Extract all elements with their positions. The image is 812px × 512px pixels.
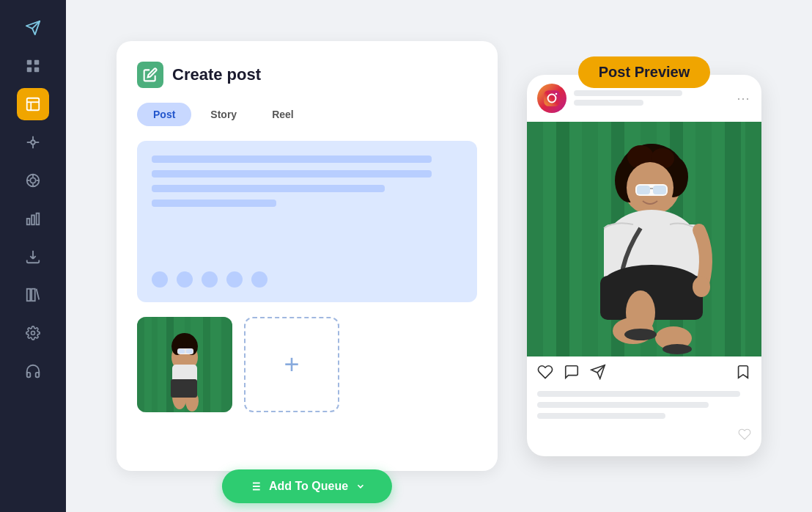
ig-caption-line-1 — [537, 391, 740, 397]
ig-like-button[interactable] — [537, 364, 553, 384]
instagram-icon — [542, 89, 561, 108]
svg-rect-6 — [27, 98, 40, 111]
svg-rect-57 — [582, 122, 598, 356]
svg-rect-41 — [171, 379, 197, 398]
plus-icon: + — [284, 349, 299, 380]
sidebar-item-connections[interactable] — [17, 126, 49, 158]
sidebar-item-posts[interactable] — [17, 88, 49, 120]
phone-mockup: ⋯ — [527, 75, 761, 456]
svg-point-25 — [32, 332, 35, 335]
svg-rect-23 — [27, 289, 31, 301]
sidebar-item-targeting[interactable] — [17, 164, 49, 197]
svg-rect-5 — [34, 67, 39, 72]
svg-point-86 — [693, 277, 710, 297]
create-post-icon — [137, 62, 163, 88]
svg-rect-3 — [34, 60, 39, 65]
ig-bookmark-button[interactable] — [735, 364, 751, 384]
svg-rect-32 — [221, 317, 232, 412]
svg-point-83 — [626, 290, 655, 334]
sidebar-item-support[interactable] — [17, 355, 49, 387]
ig-like-icon-bottom[interactable] — [738, 428, 751, 445]
sidebar-item-settings[interactable] — [17, 317, 49, 349]
svg-rect-63 — [745, 122, 761, 356]
dot-2 — [177, 271, 193, 288]
svg-point-9 — [31, 140, 35, 145]
image-row: + — [137, 317, 477, 412]
ig-avatar — [537, 84, 566, 113]
post-text-area[interactable] — [137, 141, 477, 302]
svg-point-15 — [30, 178, 35, 183]
ig-like-bottom — [527, 425, 761, 447]
queue-icon — [248, 480, 262, 493]
svg-rect-62 — [725, 122, 741, 356]
text-placeholder-line-1 — [152, 156, 432, 163]
main-content: Create post Post Story Reel — [66, 0, 812, 512]
add-to-queue-button[interactable]: Add To Queue — [222, 469, 392, 503]
chevron-down-icon — [355, 481, 366, 491]
svg-rect-27 — [137, 317, 144, 412]
tab-post[interactable]: Post — [137, 103, 191, 126]
svg-rect-21 — [32, 215, 34, 224]
text-placeholder-line-2 — [152, 170, 432, 178]
post-preview-label: Post Preview — [578, 56, 711, 88]
svg-rect-28 — [152, 317, 158, 412]
dot-3 — [202, 271, 218, 288]
svg-rect-51 — [544, 90, 560, 106]
svg-rect-74 — [653, 186, 666, 194]
svg-rect-73 — [637, 186, 650, 194]
post-preview-panel: Post Preview — [527, 56, 761, 456]
add-to-queue-label: Add To Queue — [269, 480, 348, 493]
text-placeholder-line-4 — [152, 200, 276, 207]
sidebar — [0, 0, 66, 512]
svg-rect-56 — [556, 122, 569, 356]
ig-caption-line-2 — [537, 402, 709, 408]
tab-story[interactable]: Story — [194, 103, 253, 126]
tabs-container: Post Story Reel — [137, 103, 477, 126]
create-post-title: Create post — [172, 65, 261, 84]
ig-caption-lines — [527, 391, 761, 425]
ig-username-line-2 — [574, 100, 643, 106]
svg-rect-43 — [178, 349, 185, 354]
ig-username-line-1 — [574, 90, 682, 96]
ig-share-button[interactable] — [590, 364, 606, 384]
sidebar-item-library[interactable] — [17, 279, 49, 311]
sidebar-item-dashboard[interactable] — [17, 50, 49, 82]
svg-rect-22 — [37, 213, 40, 225]
ig-comment-button[interactable] — [564, 364, 580, 384]
svg-point-85 — [662, 344, 692, 354]
ig-username-block — [574, 90, 729, 106]
dot-4 — [226, 271, 243, 288]
ig-more-options[interactable]: ⋯ — [737, 90, 751, 106]
sidebar-item-import[interactable] — [17, 241, 49, 273]
svg-rect-31 — [203, 317, 210, 412]
ig-main-image — [527, 122, 761, 356]
add-image-button[interactable]: + — [244, 317, 339, 412]
text-placeholder-dots — [152, 264, 462, 288]
svg-point-53 — [556, 92, 558, 95]
image-thumbnail-1[interactable] — [137, 317, 232, 412]
svg-rect-20 — [27, 219, 30, 224]
ig-actions — [527, 356, 761, 391]
sidebar-item-navigation[interactable] — [17, 12, 49, 44]
tab-reel[interactable]: Reel — [256, 103, 310, 126]
svg-rect-24 — [32, 289, 35, 301]
text-placeholder-line-3 — [152, 185, 385, 192]
svg-rect-2 — [27, 60, 32, 65]
svg-rect-44 — [186, 349, 193, 354]
svg-rect-4 — [27, 67, 32, 72]
ig-caption-line-3 — [537, 413, 665, 419]
svg-point-84 — [624, 329, 657, 340]
svg-rect-55 — [527, 122, 543, 356]
ig-action-icons-group — [537, 364, 735, 384]
dot-1 — [152, 271, 168, 288]
create-post-header: Create post — [137, 62, 477, 88]
sidebar-item-analytics[interactable] — [17, 202, 49, 235]
create-post-card: Create post Post Story Reel — [117, 41, 498, 471]
dot-5 — [251, 271, 267, 288]
